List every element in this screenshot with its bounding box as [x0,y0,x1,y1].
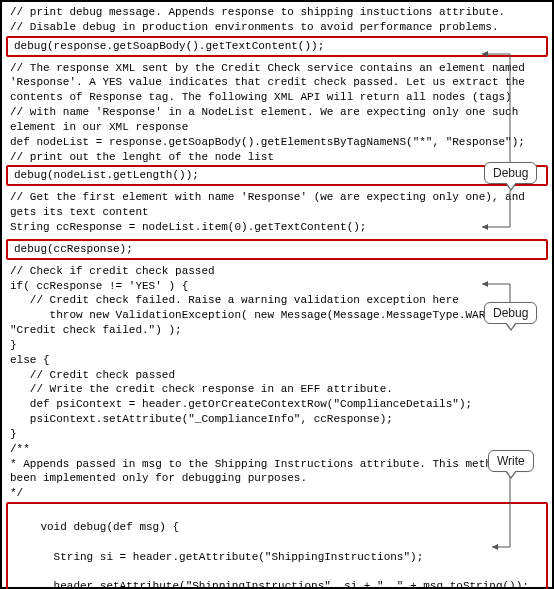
code-line: // with name 'Response' in a NodeList el… [4,105,550,135]
code-line: void debug(def msg) { [40,521,179,533]
code-line: if( ccResponse != 'YES' ) { [4,279,550,294]
code-container: // print debug message. Appends response… [0,0,554,589]
code-line: throw new ValidationException( new Messa… [4,308,550,338]
code-line: psiContext.setAttribute("_ComplianceInfo… [4,412,550,427]
code-line: // Get the first element with name 'Resp… [4,190,550,220]
code-line: */ [4,486,550,501]
code-line: // Check if credit check passed [4,264,550,279]
code-line: // print debug message. Appends response… [4,5,550,20]
callout-debug-1: Debug [484,162,537,184]
highlight-debug-3: debug(ccResponse); [6,239,548,260]
code-line: header.setAttribute("ShippingInstruction… [40,580,528,589]
code-line: // The response XML sent by the Credit C… [4,61,550,106]
code-line: def psiContext = header.getOrCreateConte… [4,397,550,412]
code-line: String ccResponse = nodeList.item(0).get… [4,220,550,235]
code-line: /** [4,442,550,457]
highlight-write-method: void debug(def msg) { String si = header… [6,502,548,589]
code-line: } [4,338,550,353]
code-line: // print out the lenght of the node list [4,150,550,165]
code-line: // Credit check failed. Raise a warning … [4,293,550,308]
code-line: * Appends passed in msg to the Shipping … [4,457,550,487]
highlight-debug-1: debug(response.getSoapBody().getTextCont… [6,36,548,57]
code-line: String si = header.getAttribute("Shippin… [40,551,423,563]
callout-debug-2: Debug [484,302,537,324]
code-line: else { [4,353,550,368]
code-line: def nodeList = response.getSoapBody().ge… [4,135,550,150]
code-line: } [4,427,550,442]
code-line: // Credit check passed [4,368,550,383]
callout-write: Write [488,450,534,472]
highlight-debug-2: debug(nodeList.getLength()); [6,165,548,186]
code-line: // Write the credit check response in an… [4,382,550,397]
code-line: // Disable debug in production environme… [4,20,550,35]
